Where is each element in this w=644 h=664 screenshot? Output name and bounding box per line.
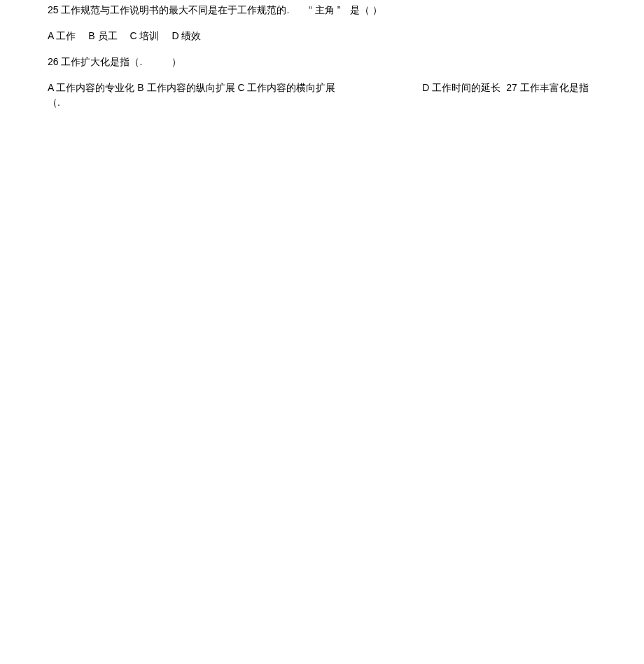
document-page: 25 工作规范与工作说明书的最大不同是在于工作规范的. “ 主角 ” 是（ ） … — [0, 0, 644, 110]
q25-option-c: C 培训 — [130, 30, 159, 41]
question-26: 26 工作扩大化是指（. ） A 工作内容的专业化 B 工作内容的纵向扩展 C … — [48, 55, 596, 110]
q26-option-d: D 工作时间的延长 — [422, 82, 500, 93]
q25-options: A 工作 B 员工 C 培训 D 绩效 — [48, 29, 596, 43]
q25-option-a: A 工作 — [48, 30, 76, 41]
q26-stem-text: 26 工作扩大化是指（. ） — [48, 56, 181, 67]
question-25: 25 工作规范与工作说明书的最大不同是在于工作规范的. “ 主角 ” 是（ ） … — [48, 3, 596, 43]
q25-stem: 25 工作规范与工作说明书的最大不同是在于工作规范的. “ 主角 ” 是（ ） — [48, 3, 596, 18]
q25-stem-text: 25 工作规范与工作说明书的最大不同是在于工作规范的. “ 主角 ” 是（ ） — [48, 4, 382, 15]
q25-option-b: B 员工 — [88, 30, 117, 41]
q26-options-line: A 工作内容的专业化 B 工作内容的纵向扩展 C 工作内容的横向扩展 D 工作时… — [48, 81, 596, 110]
q26-options-abc: A 工作内容的专业化 B 工作内容的纵向扩展 C 工作内容的横向扩展 — [48, 82, 335, 93]
q25-option-d: D 绩效 — [172, 30, 201, 41]
q26-stem: 26 工作扩大化是指（. ） — [48, 55, 596, 69]
